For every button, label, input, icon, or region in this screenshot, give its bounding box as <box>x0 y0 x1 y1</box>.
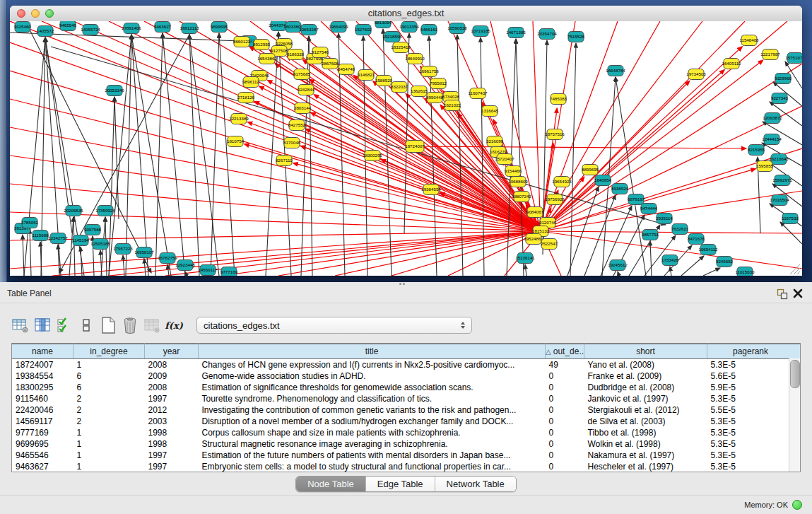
network-node[interactable]: 8912955 <box>253 40 271 50</box>
network-node[interactable]: 1595855 <box>756 161 774 172</box>
network-node[interactable]: 11548408 <box>739 35 759 46</box>
network-node[interactable]: 9146821 <box>358 70 375 81</box>
scrollbar-thumb[interactable] <box>790 360 800 388</box>
network-node[interactable]: 8170046 <box>283 138 301 148</box>
network-node[interactable]: 18757516 <box>545 129 565 140</box>
network-node[interactable]: 19245612 <box>608 260 628 271</box>
network-node[interactable]: 15751074 <box>785 53 802 64</box>
network-node[interactable]: 19756928 <box>545 194 565 205</box>
network-node[interactable]: 9115460 <box>14 22 31 33</box>
network-node[interactable]: 7485083 <box>550 94 567 105</box>
network-node[interactable]: 12444154 <box>762 134 782 145</box>
network-node[interactable]: 12213389 <box>229 114 249 124</box>
network-node[interactable]: 8813054 <box>375 21 392 28</box>
network-node[interactable]: 8660123 <box>233 37 251 47</box>
network-node[interactable]: 1810754 <box>227 136 245 147</box>
network-node[interactable]: 2935114 <box>656 214 673 224</box>
network-node[interactable]: 9463627 <box>154 22 172 33</box>
network-node[interactable]: 18807243 <box>512 192 531 202</box>
network-node[interactable]: 12093872 <box>763 113 782 124</box>
network-node[interactable]: 18300295 <box>363 151 382 161</box>
network-node[interactable]: 1145194 <box>72 235 89 246</box>
network-node[interactable]: 9175685 <box>293 69 311 80</box>
table-select-dropdown[interactable]: citations_edges.txt <box>196 317 472 334</box>
window-titlebar[interactable]: citations_edges.txt <box>10 6 802 22</box>
table-row[interactable]: 911546021997Tourette syndrome. Phenomeno… <box>12 393 794 404</box>
network-node[interactable]: 2803144 <box>294 103 312 114</box>
network-node[interactable]: 19664099 <box>329 22 348 33</box>
table-row[interactable]: 969969511998Structural magnetic resonanc… <box>12 438 794 450</box>
network-node[interactable]: 9474444 <box>640 204 658 214</box>
network-node[interactable]: 1733426 <box>661 255 679 266</box>
network-node[interactable]: 20354704 <box>537 29 557 40</box>
network-node[interactable]: 16958107 <box>134 247 154 258</box>
network-node[interactable]: 14569117 <box>198 265 218 276</box>
network-node[interactable]: 15720407 <box>495 154 514 165</box>
select-rows-icon[interactable] <box>55 316 73 334</box>
network-node[interactable]: 10688609 <box>508 177 528 187</box>
table-row[interactable]: 946362711997Embryonic stem cells: a mode… <box>12 461 794 472</box>
network-node[interactable]: 17016504 <box>770 195 789 206</box>
network-node[interactable]: 16912113 <box>180 23 199 34</box>
network-node[interactable]: 16409110 <box>722 59 741 69</box>
network-node[interactable]: 12505185 <box>90 239 110 250</box>
tab-edge-table[interactable]: Edge Table <box>366 477 435 491</box>
network-node[interactable]: 9465546 <box>59 21 77 31</box>
network-node[interactable]: 7515526 <box>567 32 585 42</box>
network-node[interactable]: 8454749 <box>338 64 355 75</box>
tab-node-table[interactable]: Node Table <box>296 477 366 491</box>
column-header-name[interactable]: name <box>12 344 73 359</box>
network-node[interactable]: 19654923 <box>552 177 572 187</box>
network-node[interactable]: 7955812 <box>430 78 447 89</box>
network-node[interactable]: 16648784 <box>606 66 625 76</box>
network-node[interactable]: 1362615 <box>411 86 428 97</box>
network-node[interactable]: 2522547 <box>541 239 558 250</box>
network-hub-node[interactable]: 18724007 <box>405 141 425 153</box>
network-node[interactable]: 1527602 <box>355 25 372 35</box>
network-node[interactable]: 9329966 <box>775 74 792 84</box>
network-node[interactable]: 8186328 <box>287 49 305 60</box>
column-header-title[interactable]: title <box>199 344 546 359</box>
network-node[interactable]: 16961758 <box>419 66 439 77</box>
network-node[interactable]: 19734503 <box>686 69 706 80</box>
network-node[interactable]: 9245652 <box>716 257 734 267</box>
network-node[interactable]: 8990448 <box>426 93 444 103</box>
network-node[interactable]: 11607437 <box>468 88 488 99</box>
column-header-in-degree[interactable]: in_degree <box>73 344 145 359</box>
network-node[interactable]: 2718126 <box>237 93 255 103</box>
network-node[interactable]: 1588520 <box>375 76 393 86</box>
network-node[interactable]: 10590538 <box>447 23 467 34</box>
network-node[interactable]: 17957223 <box>113 244 133 255</box>
float-window-icon[interactable] <box>777 288 788 300</box>
tab-network-table[interactable]: Network Table <box>435 477 516 491</box>
network-node[interactable]: 14055724 <box>81 25 100 35</box>
network-node[interactable]: 9242844 <box>298 85 315 95</box>
column-select-icon[interactable] <box>33 316 52 334</box>
network-node[interactable]: 8427552 <box>288 120 306 131</box>
network-node[interactable]: 10653287 <box>299 25 319 35</box>
network-node[interactable]: 1405572 <box>37 26 54 37</box>
table-row[interactable]: 977716911998Corpus callosum shape and si… <box>12 427 794 438</box>
network-node[interactable]: 1115688 <box>32 230 49 241</box>
network-node[interactable]: 9097588 <box>84 225 102 235</box>
network-node[interactable]: 10654112 <box>698 245 718 255</box>
table-settings-icon[interactable] <box>11 316 30 334</box>
network-node[interactable]: 19218596 <box>382 32 402 42</box>
network-node[interactable]: 1316645 <box>481 106 499 117</box>
network-node[interactable]: 9777169 <box>220 267 238 276</box>
network-node[interactable]: 12342757 <box>48 233 68 244</box>
table-row[interactable]: 946554611997Estimation of the future num… <box>12 450 794 461</box>
network-node[interactable]: 8938924 <box>611 184 629 194</box>
table-row[interactable]: 1830029562008Estimation of significance … <box>12 382 794 393</box>
network-node[interactable]: 20053346 <box>105 86 124 96</box>
network-node[interactable]: 14671385 <box>506 28 526 38</box>
close-icon[interactable] <box>792 288 804 299</box>
network-node[interactable]: 8471676 <box>688 234 705 245</box>
network-node[interactable]: 7632621 <box>671 224 689 235</box>
table-row[interactable]: 1938455462009Genome-wide association stu… <box>12 370 794 382</box>
network-node[interactable]: 8267110 <box>276 156 293 166</box>
network-node[interactable]: 18640910 <box>405 54 425 64</box>
network-canvas[interactable]: 9115460140557294655461405572427891406946… <box>10 21 802 276</box>
network-node[interactable]: 27891406 <box>122 23 141 34</box>
network-node[interactable]: 19013354 <box>399 22 419 33</box>
